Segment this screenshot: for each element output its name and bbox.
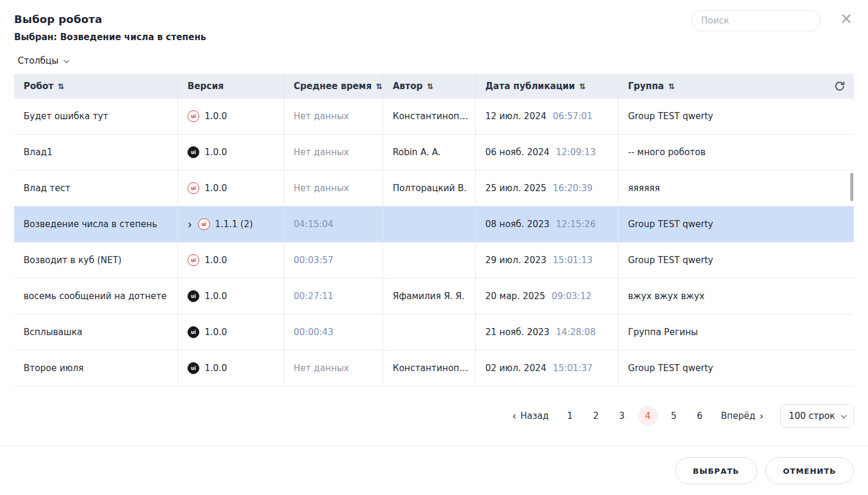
robot-version-cell: ui 1.0.0 [178, 314, 284, 350]
author-cell [383, 206, 476, 242]
robot-version-label: 1.0.0 [205, 183, 227, 194]
refresh-icon[interactable] [834, 80, 846, 92]
robot-version-label: 1.0.0 [205, 147, 227, 158]
sort-icon[interactable]: ⇅ [668, 82, 675, 91]
table-row[interactable]: Возводит в куб (NET) ui 1.0.0 00:03:57 2… [14, 242, 854, 278]
table-row[interactable]: Влад тест ui 1.0.0 Нет данных Полторацки… [14, 171, 854, 206]
publication-date-cell: 21 нояб. 2023 14:28:08 [476, 314, 619, 350]
publication-time: 12:09:13 [556, 147, 596, 158]
sort-icon[interactable]: ⇅ [58, 82, 64, 91]
table-row[interactable]: Возведение числа в степень › ui 1.1.1 (2… [14, 206, 854, 242]
robot-version-cell: ui 1.0.0 [178, 278, 284, 314]
publication-date: 29 июл. 2023 [485, 255, 547, 265]
column-header[interactable]: Автор ⇅ [383, 74, 476, 99]
page-button-6[interactable]: 6 [690, 406, 710, 426]
rows-per-page-select[interactable]: 100 строк [780, 404, 854, 428]
columns-button[interactable]: Столбцы [18, 55, 68, 66]
table-row[interactable]: Второе июля ui 1.0.0 Нет данных Констант… [14, 350, 854, 386]
page-button-2[interactable]: 2 [586, 406, 606, 426]
group-cell: Группа Регины [619, 314, 854, 350]
chevron-left-icon: ‹ [512, 410, 517, 422]
chevron-down-icon [841, 412, 847, 418]
column-header-label: Среднее время [294, 81, 371, 91]
column-header[interactable]: Дата публикации ⇅ [476, 74, 619, 99]
robot-version-label: 1.1.1 (2) [215, 219, 253, 230]
chevron-right-icon: › [760, 410, 764, 422]
columns-button-label: Столбцы [18, 55, 58, 66]
robot-name-cell: Второе июля [14, 350, 178, 386]
robot-version-label: 1.0.0 [205, 255, 227, 265]
robot-version-cell: ui 1.0.0 [178, 135, 284, 170]
publication-time: 16:20:39 [553, 183, 593, 194]
robot-type-icon: ui [188, 362, 199, 374]
pagination-forward-label: Вперёд [721, 411, 755, 421]
author-cell: Константиноп… [383, 99, 476, 134]
group-cell: Group TEST qwerty [619, 350, 854, 386]
publication-time: 15:01:13 [553, 255, 593, 265]
page-button-3[interactable]: 3 [612, 406, 632, 426]
group-cell: Group TEST qwerty [619, 242, 854, 278]
group-cell: яяяяяя [619, 171, 854, 206]
sort-icon[interactable]: ⇅ [376, 82, 382, 91]
table-row[interactable]: Всплывашка ui 1.0.0 00:00:43 21 нояб. 20… [14, 314, 854, 350]
select-button[interactable]: ВЫБРАТЬ [675, 457, 757, 484]
search-input[interactable] [701, 15, 816, 26]
group-cell: -- много роботов [619, 135, 854, 170]
author-cell: Константиноп… [383, 350, 476, 386]
vertical-scrollbar[interactable] [850, 173, 853, 201]
page-button-5[interactable]: 5 [664, 406, 684, 426]
column-header[interactable]: Группа ⇅ [619, 74, 854, 99]
column-header-label: Робот [24, 81, 54, 91]
publication-date: 25 июл. 2025 [485, 183, 547, 194]
robot-type-icon: ui [188, 110, 199, 122]
robot-name-cell: Влад1 [14, 135, 178, 170]
table-row[interactable]: восемь сообщений на дотнете ui 1.0.0 00:… [14, 278, 854, 314]
publication-date-cell: 20 мар. 2025 09:03:12 [476, 278, 619, 314]
robot-type-icon: ui [188, 326, 199, 338]
average-time-cell: 00:27:11 [284, 278, 383, 314]
column-header[interactable]: Среднее время ⇅ [284, 74, 383, 99]
pagination-pages: 123456 [557, 406, 713, 426]
expand-chevron-icon[interactable]: › [188, 219, 192, 230]
cancel-button[interactable]: ОТМЕНИТЬ [765, 457, 854, 484]
sort-icon[interactable]: ⇅ [579, 82, 586, 91]
sort-icon[interactable]: ⇅ [427, 82, 433, 91]
robot-type-icon: ui [188, 146, 199, 158]
close-icon[interactable]: × [840, 11, 853, 26]
robot-select-modal: Выбор робота Выбран: Возведение числа в … [0, 0, 868, 495]
robot-version-label: 1.0.0 [205, 291, 227, 301]
publication-date: 21 нояб. 2023 [485, 327, 550, 337]
column-header-label: Версия [188, 81, 223, 91]
chevron-down-icon [64, 57, 70, 63]
robot-version-label: 1.0.0 [205, 363, 227, 373]
average-time-cell: Нет данных [284, 171, 383, 206]
author-cell: Полторацкий В. [383, 171, 476, 206]
group-cell: Group TEST qwerty [619, 206, 854, 242]
modal-footer: ВЫБРАТЬ ОТМЕНИТЬ [0, 446, 868, 484]
column-header[interactable]: Робот ⇅ [14, 74, 178, 99]
robots-table: Робот ⇅ Версия Среднее время ⇅ Автор ⇅ Д… [14, 74, 854, 386]
page-button-1[interactable]: 1 [560, 406, 580, 426]
table-row[interactable]: Влад1 ui 1.0.0 Нет данных Robin A. A. 06… [14, 135, 854, 171]
pagination-back-button[interactable]: ‹ Назад [512, 410, 549, 422]
author-cell: Яфамилия Я. Я. [383, 278, 476, 314]
table-header-row: Робот ⇅ Версия Среднее время ⇅ Автор ⇅ Д… [14, 74, 854, 99]
column-header-label: Дата публикации [485, 81, 575, 91]
page-button-4[interactable]: 4 [638, 406, 658, 426]
column-header[interactable]: Версия [178, 74, 284, 99]
table-row[interactable]: Будет ошибка тут ui 1.0.0 Нет данных Кон… [14, 99, 854, 135]
robot-name-cell: Влад тест [14, 171, 178, 206]
publication-date-cell: 08 нояб. 2023 12:15:26 [476, 206, 619, 242]
pagination-forward-button[interactable]: Вперёд › [721, 410, 764, 422]
robot-type-icon: ui [198, 218, 210, 230]
average-time-cell: Нет данных [284, 135, 383, 170]
selected-robot-label: Выбран: Возведение числа в степень [14, 32, 854, 42]
pagination: ‹ Назад 123456 Вперёд › 100 строк [0, 404, 854, 428]
robot-version-cell: ui 1.0.0 [178, 99, 284, 134]
publication-date: 06 нояб. 2024 [485, 147, 550, 158]
search-box[interactable] [691, 10, 821, 31]
publication-date: 02 июл. 2024 [485, 363, 547, 373]
average-time-cell: 00:00:43 [284, 314, 383, 350]
publication-time: 09:03:12 [552, 291, 591, 301]
robot-version-cell: › ui 1.1.1 (2) [178, 206, 284, 242]
